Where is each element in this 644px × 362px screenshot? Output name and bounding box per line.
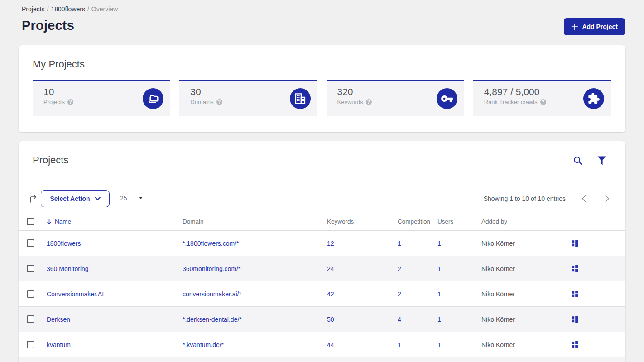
breadcrumb: Projects/1800flowers/Overview bbox=[22, 5, 118, 13]
filter-icon[interactable] bbox=[596, 156, 606, 166]
help-icon[interactable]: ? bbox=[540, 99, 546, 105]
stat-label: Domains bbox=[190, 99, 213, 105]
breadcrumb-project-name[interactable]: 1800flowers bbox=[51, 5, 85, 13]
search-icon[interactable] bbox=[573, 156, 583, 166]
column-header-keywords[interactable]: Keywords bbox=[327, 218, 398, 225]
project-dashboard-icon[interactable] bbox=[571, 315, 625, 323]
puzzle-icon bbox=[583, 88, 604, 109]
stat-label: Projects bbox=[43, 99, 65, 105]
sort-down-icon bbox=[47, 219, 52, 224]
stat-label: Keywords bbox=[337, 99, 363, 105]
help-icon[interactable]: ? bbox=[67, 99, 73, 105]
added-by: Niko Körner bbox=[481, 240, 571, 247]
project-domain-link[interactable]: 360monitoring.com/* bbox=[183, 265, 240, 272]
project-domain-link[interactable]: *.1800flowers.com/* bbox=[183, 240, 239, 247]
table-row: kvantum *.kvantum.de/* 44 1 1 Niko Körne… bbox=[19, 332, 625, 357]
competition-count[interactable]: 4 bbox=[398, 316, 437, 323]
added-by: Niko Körner bbox=[481, 341, 571, 348]
project-name-link[interactable]: Conversionmaker.AI bbox=[47, 291, 104, 298]
my-projects-card: My Projects 10 Projects ? 30 Doma bbox=[19, 45, 625, 132]
row-checkbox[interactable] bbox=[27, 290, 34, 298]
column-header-name[interactable]: Name bbox=[47, 218, 183, 225]
select-all-checkbox[interactable] bbox=[27, 218, 34, 225]
project-name-link[interactable]: 1800flowers bbox=[47, 240, 81, 247]
select-action-dropdown[interactable]: Select Action bbox=[41, 190, 110, 207]
page-title: Projects bbox=[22, 18, 74, 33]
page: Projects/1800flowers/Overview Projects A… bbox=[0, 0, 644, 362]
project-dashboard-icon[interactable] bbox=[571, 341, 625, 348]
pager-next-icon[interactable] bbox=[602, 192, 613, 205]
chevron-down-icon bbox=[95, 197, 101, 200]
added-by: Niko Körner bbox=[481, 316, 571, 323]
column-header-added-by[interactable]: Added by bbox=[481, 218, 571, 225]
pager-prev-icon[interactable] bbox=[578, 192, 589, 205]
row-checkbox[interactable] bbox=[27, 341, 34, 348]
project-name-link[interactable]: kvantum bbox=[47, 341, 71, 348]
stat-tile-projects: 10 Projects ? bbox=[33, 80, 170, 116]
keywords-count[interactable]: 24 bbox=[327, 265, 398, 272]
added-by: Niko Körner bbox=[481, 265, 571, 272]
stat-tile-domains: 30 Domains ? bbox=[179, 80, 317, 116]
breadcrumb-current: Overview bbox=[91, 5, 118, 13]
keywords-count[interactable]: 12 bbox=[327, 240, 398, 247]
table-row: Conversionmaker.AI conversionmaker.ai/* … bbox=[19, 281, 625, 307]
row-checkbox[interactable] bbox=[27, 315, 34, 323]
project-dashboard-icon[interactable] bbox=[571, 265, 625, 272]
add-project-button[interactable]: Add Project bbox=[564, 18, 625, 35]
table-row-partial bbox=[19, 357, 625, 362]
added-by: Niko Körner bbox=[481, 291, 571, 298]
showing-entries-text: Showing 1 to 10 of 10 entries bbox=[484, 195, 566, 202]
projects-card: Projects Select Action 25 Showing 1 t bbox=[19, 141, 625, 362]
keywords-count[interactable]: 50 bbox=[327, 316, 398, 323]
column-header-users[interactable]: Users bbox=[437, 218, 481, 225]
competition-count[interactable]: 1 bbox=[398, 240, 437, 247]
project-name-link[interactable]: 360 Monitoring bbox=[47, 265, 89, 272]
project-dashboard-icon[interactable] bbox=[571, 239, 625, 247]
competition-count[interactable]: 1 bbox=[398, 341, 437, 348]
project-dashboard-icon[interactable] bbox=[571, 290, 625, 298]
breadcrumb-projects[interactable]: Projects bbox=[22, 5, 45, 13]
competition-count[interactable]: 2 bbox=[398, 291, 437, 298]
table-row: Derksen *.derksen-dental.de/* 50 4 1 Nik… bbox=[19, 307, 625, 332]
users-count[interactable]: 1 bbox=[437, 341, 481, 348]
table-header-row: Name Domain Keywords Competition Users A… bbox=[19, 213, 625, 231]
table-row: 360 Monitoring 360monitoring.com/* 24 2 … bbox=[19, 256, 625, 281]
plus-icon bbox=[571, 23, 578, 30]
competition-count[interactable]: 2 bbox=[398, 265, 437, 272]
projects-table: Name Domain Keywords Competition Users A… bbox=[19, 213, 625, 362]
projects-copy-icon bbox=[143, 88, 163, 109]
users-count[interactable]: 1 bbox=[437, 316, 481, 323]
project-domain-link[interactable]: conversionmaker.ai/* bbox=[183, 291, 241, 298]
column-header-domain[interactable]: Domain bbox=[183, 218, 327, 225]
table-toolbar: Select Action 25 Showing 1 to 10 of 10 e… bbox=[19, 190, 625, 207]
projects-card-title: Projects bbox=[33, 154, 68, 166]
caret-down-icon bbox=[139, 197, 143, 199]
breadcrumb-separator: / bbox=[87, 5, 89, 13]
column-header-competition[interactable]: Competition bbox=[398, 218, 437, 225]
row-checkbox[interactable] bbox=[27, 239, 34, 247]
keywords-count[interactable]: 44 bbox=[327, 341, 398, 348]
building-icon bbox=[290, 88, 311, 109]
help-icon[interactable]: ? bbox=[216, 99, 222, 105]
row-checkbox[interactable] bbox=[27, 265, 34, 272]
my-projects-title: My Projects bbox=[33, 58, 85, 70]
breadcrumb-separator: / bbox=[47, 5, 49, 13]
project-domain-link[interactable]: *.derksen-dental.de/* bbox=[183, 316, 242, 323]
key-icon bbox=[437, 88, 457, 109]
export-arrow-icon[interactable] bbox=[29, 194, 38, 205]
users-count[interactable]: 1 bbox=[437, 240, 481, 247]
project-domain-link[interactable]: *.kvantum.de/* bbox=[183, 341, 224, 348]
users-count[interactable]: 1 bbox=[437, 265, 481, 272]
table-row: 1800flowers *.1800flowers.com/* 12 1 1 N… bbox=[19, 231, 625, 256]
stat-tile-crawls: 4,897 / 5,000 Rank Tracker crawls ? bbox=[473, 80, 611, 116]
keywords-count[interactable]: 42 bbox=[327, 291, 398, 298]
project-name-link[interactable]: Derksen bbox=[47, 316, 70, 323]
help-icon[interactable]: ? bbox=[366, 99, 372, 105]
stat-tile-keywords: 320 Keywords ? bbox=[327, 80, 464, 116]
users-count[interactable]: 1 bbox=[437, 291, 481, 298]
stat-tiles: 10 Projects ? 30 Domains ? bbox=[33, 80, 611, 116]
page-size-select[interactable]: 25 bbox=[119, 192, 144, 204]
stat-label: Rank Tracker crawls bbox=[484, 99, 538, 105]
